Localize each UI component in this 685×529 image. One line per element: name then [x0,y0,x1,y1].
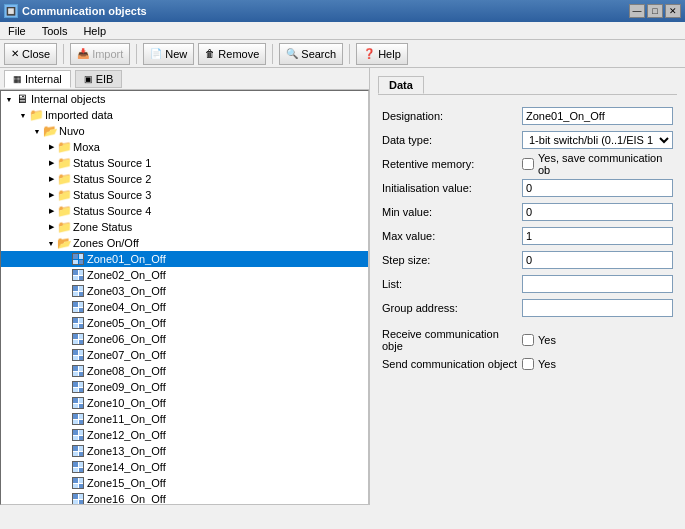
tree-expander-moxa[interactable]: ▶ [45,141,57,153]
tree-node-moxa[interactable]: ▶📁Moxa [1,139,368,155]
tree-node-zone14[interactable]: Zone14_On_Off [1,459,368,475]
stepsize-input[interactable] [522,251,673,269]
tree-expander-nuvo[interactable]: ▼ [31,125,43,137]
tab-eib[interactable]: ▣ EIB [75,70,123,88]
tree-node-zones-onoff[interactable]: ▼📂Zones On/Off [1,235,368,251]
tree-expander-zone10[interactable] [59,397,71,409]
tree-node-zone12[interactable]: Zone12_On_Off [1,427,368,443]
tree-label-nuvo: Nuvo [59,125,85,137]
tree-expander-zone-status[interactable]: ▶ [45,221,57,233]
tree-expander-status-source-1[interactable]: ▶ [45,157,57,169]
tab-internal-label: Internal [25,73,62,85]
tab-eib-label: EIB [96,73,114,85]
tree-icon-zone05 [71,316,85,330]
tree-expander-zone01[interactable] [59,253,71,265]
tree-node-internal-objects[interactable]: ▼🖥Internal objects [1,91,368,107]
stepsize-label: Step size: [382,254,522,266]
list-input[interactable] [522,275,673,293]
close-button[interactable]: ✕ Close [4,43,57,65]
tree-icon-zone14 [71,460,85,474]
datatype-row: Data type: 1-bit switch/bli (0..1/EIS 1.… [382,129,673,151]
tree-icon-zone03 [71,284,85,298]
tree-node-zone06[interactable]: Zone06_On_Off [1,331,368,347]
restore-button[interactable]: □ [647,4,663,18]
eib-icon: ▣ [84,74,93,84]
tree-node-zone15[interactable]: Zone15_On_Off [1,475,368,491]
tree-node-zone02[interactable]: Zone02_On_Off [1,267,368,283]
tree-node-zone10[interactable]: Zone10_On_Off [1,395,368,411]
tree-expander-zone13[interactable] [59,445,71,457]
right-panel: Data Designation: Data type: 1-bit switc… [370,68,685,505]
new-button[interactable]: 📄 New [143,43,194,65]
import-button[interactable]: 📥 Import [70,43,130,65]
tree-node-nuvo[interactable]: ▼📂Nuvo [1,123,368,139]
menu-tools[interactable]: Tools [38,24,72,38]
tree-node-zone07[interactable]: Zone07_On_Off [1,347,368,363]
search-icon: 🔍 [286,48,298,59]
tree-expander-zone08[interactable] [59,365,71,377]
tree-node-status-source-1[interactable]: ▶📁Status Source 1 [1,155,368,171]
minimize-button[interactable]: — [629,4,645,18]
tree-label-zone03: Zone03_On_Off [87,285,166,297]
data-tab[interactable]: Data [378,76,424,94]
tree-node-status-source-2[interactable]: ▶📁Status Source 2 [1,171,368,187]
tree-expander-zone07[interactable] [59,349,71,361]
tree-node-zone16[interactable]: Zone16_On_Off [1,491,368,505]
tree-expander-zone03[interactable] [59,285,71,297]
tree-node-zone01[interactable]: Zone01_On_Off [1,251,368,267]
tree-expander-status-source-3[interactable]: ▶ [45,189,57,201]
tree-node-zone11[interactable]: Zone11_On_Off [1,411,368,427]
search-button[interactable]: 🔍 Search [279,43,343,65]
init-control [522,179,673,197]
tree-label-status-source-2: Status Source 2 [73,173,151,185]
tree-expander-status-source-2[interactable]: ▶ [45,173,57,185]
remove-button[interactable]: 🗑 Remove [198,43,266,65]
menu-file[interactable]: File [4,24,30,38]
tree-expander-zone16[interactable] [59,493,71,505]
tree-expander-status-source-4[interactable]: ▶ [45,205,57,217]
tree-icon-zone10 [71,396,85,410]
tree-expander-zone02[interactable] [59,269,71,281]
tree-node-zone-status[interactable]: ▶📁Zone Status [1,219,368,235]
init-input[interactable] [522,179,673,197]
tree-label-zone02: Zone02_On_Off [87,269,166,281]
datatype-select[interactable]: 1-bit switch/bli (0..1/EIS 1.. [522,131,673,149]
tree-expander-zone05[interactable] [59,317,71,329]
minval-input[interactable] [522,203,673,221]
designation-input[interactable] [522,107,673,125]
tab-internal[interactable]: ▦ Internal [4,70,71,88]
groupaddr-input[interactable] [522,299,673,317]
tree-icon-zone07 [71,348,85,362]
tree-node-zone04[interactable]: Zone04_On_Off [1,299,368,315]
tree-node-status-source-3[interactable]: ▶📁Status Source 3 [1,187,368,203]
tree-expander-zone15[interactable] [59,477,71,489]
maxval-input[interactable] [522,227,673,245]
receive-checkbox[interactable] [522,334,534,346]
tree-expander-internal-objects[interactable]: ▼ [3,93,15,105]
tree-expander-zone06[interactable] [59,333,71,345]
tree-node-zone05[interactable]: Zone05_On_Off [1,315,368,331]
retentive-checkbox[interactable] [522,158,534,170]
tree-expander-zone04[interactable] [59,301,71,313]
tree-expander-zones-onoff[interactable]: ▼ [45,237,57,249]
tree-expander-zone11[interactable] [59,413,71,425]
new-icon: 📄 [150,48,162,59]
tree-node-zone03[interactable]: Zone03_On_Off [1,283,368,299]
tree-node-imported-data[interactable]: ▼📁Imported data [1,107,368,123]
tree-icon-status-source-1: 📁 [57,156,71,170]
close-window-button[interactable]: ✕ [665,4,681,18]
tree-icon-status-source-3: 📁 [57,188,71,202]
send-checkbox[interactable] [522,358,534,370]
tree-node-zone08[interactable]: Zone08_On_Off [1,363,368,379]
tree-area[interactable]: ▼🖥Internal objects▼📁Imported data▼📂Nuvo▶… [0,90,369,505]
tree-expander-zone09[interactable] [59,381,71,393]
tree-expander-zone12[interactable] [59,429,71,441]
tree-node-zone09[interactable]: Zone09_On_Off [1,379,368,395]
tree-expander-zone14[interactable] [59,461,71,473]
tree-node-zone13[interactable]: Zone13_On_Off [1,443,368,459]
tree-node-status-source-4[interactable]: ▶📁Status Source 4 [1,203,368,219]
menu-help[interactable]: Help [79,24,110,38]
help-button[interactable]: ❓ Help [356,43,408,65]
tree-expander-imported-data[interactable]: ▼ [17,109,29,121]
stepsize-control [522,251,673,269]
